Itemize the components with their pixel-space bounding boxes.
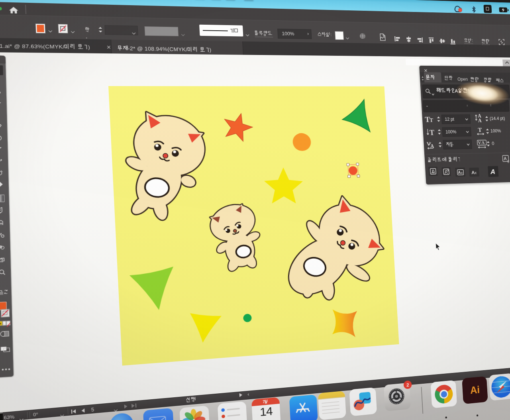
svg-text:a: a (461, 171, 463, 174)
svg-text:g: g (507, 159, 509, 163)
svg-text:T: T (430, 117, 434, 124)
svg-text:T: T (430, 129, 435, 137)
svg-text:A: A (481, 140, 485, 145)
svg-text:x: x (475, 171, 477, 175)
svg-text:V: V (478, 140, 481, 145)
svg-text:A: A (478, 118, 482, 123)
svg-text:A: A (490, 168, 496, 175)
svg-text:A: A (504, 156, 507, 161)
svg-text:T: T (478, 127, 482, 133)
